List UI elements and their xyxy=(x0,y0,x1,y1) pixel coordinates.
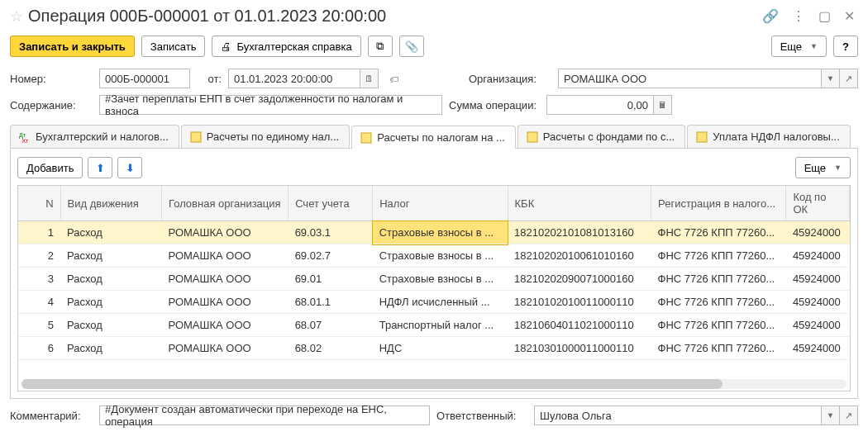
cell-kod[interactable]: 45924000 xyxy=(786,337,850,360)
cell-vid[interactable]: Расход xyxy=(60,314,161,337)
cell-n[interactable]: 4 xyxy=(18,291,60,314)
cell-kbk[interactable]: 18210604011021000110 xyxy=(508,314,651,337)
col-vid[interactable]: Вид движения xyxy=(60,186,161,221)
maximize-icon[interactable] xyxy=(815,7,834,26)
table-row[interactable]: 3РасходРОМАШКА ООО69.01Страховые взносы … xyxy=(18,268,850,291)
cell-acc[interactable]: 69.02.7 xyxy=(289,244,373,268)
cell-acc[interactable]: 69.01 xyxy=(289,268,373,291)
cell-vid[interactable]: Расход xyxy=(60,291,161,314)
close-icon[interactable] xyxy=(841,7,858,26)
cell-tax[interactable]: НДС xyxy=(373,337,508,360)
add-row-button[interactable]: Добавить xyxy=(17,157,83,178)
calc-button[interactable] xyxy=(654,95,672,115)
table-row[interactable]: 6РасходРОМАШКА ООО68.02НДС18210301000011… xyxy=(18,337,850,360)
number-input[interactable]: 000Б-000001 xyxy=(99,69,190,88)
tab-accounting[interactable]: ДтКт Бухгалтерский и налогов... xyxy=(10,125,179,148)
responsible-input[interactable]: Шулова Ольга xyxy=(534,405,822,425)
favorite-icon[interactable]: ☆ xyxy=(10,7,23,26)
cell-reg[interactable]: ФНС 7726 КПП 77260... xyxy=(651,221,786,244)
cell-org[interactable]: РОМАШКА ООО xyxy=(162,314,289,337)
cell-acc[interactable]: 69.03.1 xyxy=(289,221,373,244)
link-icon[interactable] xyxy=(759,7,782,26)
save-button[interactable]: Записать xyxy=(141,36,206,57)
tab-fund-calculations[interactable]: Расчеты с фондами по с... xyxy=(517,125,685,148)
table-more-button[interactable]: Еще ▼ xyxy=(795,157,851,178)
cell-org[interactable]: РОМАШКА ООО xyxy=(162,291,289,314)
tab-unified-tax[interactable]: Расчеты по единому нал... xyxy=(181,125,350,148)
table-row[interactable]: 4РасходРОМАШКА ООО68.01.1НДФЛ исчисленны… xyxy=(18,291,850,314)
cell-kbk[interactable]: 18210102010011000110 xyxy=(508,291,651,314)
cell-vid[interactable]: Расход xyxy=(60,337,161,360)
responsible-dropdown-button[interactable]: ▼ xyxy=(822,405,840,425)
cell-acc[interactable]: 68.01.1 xyxy=(289,291,373,314)
cell-reg[interactable]: ФНС 7726 КПП 77260... xyxy=(651,291,786,314)
cell-reg[interactable]: ФНС 7726 КПП 77260... xyxy=(651,337,786,360)
cell-vid[interactable]: Расход xyxy=(60,221,161,244)
tab-ndfl-payment[interactable]: Уплата НДФЛ налоговы... xyxy=(687,125,851,148)
move-up-button[interactable]: ⬆ xyxy=(88,157,112,178)
org-input[interactable]: РОМАШКА ООО xyxy=(558,69,822,88)
kebab-menu-icon[interactable] xyxy=(789,7,808,26)
cell-kod[interactable]: 45924000 xyxy=(786,291,850,314)
tag-icon[interactable] xyxy=(385,73,402,85)
move-down-button[interactable]: ⬇ xyxy=(117,157,142,178)
col-tax[interactable]: Налог xyxy=(373,186,508,221)
cell-kod[interactable]: 45924000 xyxy=(786,268,850,291)
cell-kbk[interactable]: 18210202101081013160 xyxy=(508,221,651,244)
table-row[interactable]: 5РасходРОМАШКА ООО68.07Транспортный нало… xyxy=(18,314,850,337)
col-kod[interactable]: Код по ОК xyxy=(786,186,850,221)
col-kbk[interactable]: КБК xyxy=(508,186,651,221)
cell-n[interactable]: 1 xyxy=(18,221,60,244)
save-close-button[interactable]: Записать и закрыть xyxy=(10,36,135,57)
sum-input[interactable]: 0,00 xyxy=(546,95,654,115)
cell-n[interactable]: 6 xyxy=(18,337,60,360)
org-open-button[interactable]: ↗ xyxy=(840,69,858,88)
cell-org[interactable]: РОМАШКА ООО xyxy=(162,244,289,268)
accounting-report-button[interactable]: Бухгалтерская справка xyxy=(212,36,360,57)
org-dropdown-button[interactable]: ▼ xyxy=(822,69,840,88)
cell-kod[interactable]: 45924000 xyxy=(786,244,850,268)
cell-vid[interactable]: Расход xyxy=(60,244,161,268)
cell-tax[interactable]: Страховые взносы в ... xyxy=(373,268,508,291)
cell-acc[interactable]: 68.07 xyxy=(289,314,373,337)
cell-tax[interactable]: Страховые взносы в ... xyxy=(373,244,508,268)
attachments-button[interactable] xyxy=(399,36,424,57)
cell-reg[interactable]: ФНС 7726 КПП 77260... xyxy=(651,244,786,268)
content-input[interactable]: #Зачет переплаты ЕНП в счет задолженност… xyxy=(99,95,442,115)
responsible-open-button[interactable]: ↗ xyxy=(840,405,858,425)
col-n[interactable]: N xyxy=(18,186,60,221)
cell-n[interactable]: 3 xyxy=(18,268,60,291)
col-acc[interactable]: Счет учета xyxy=(289,186,373,221)
cell-kbk[interactable]: 18210202010061010160 xyxy=(508,244,651,268)
cell-vid[interactable]: Расход xyxy=(60,268,161,291)
cell-tax[interactable]: Страховые взносы в ... xyxy=(373,221,508,244)
table-row[interactable]: 2РасходРОМАШКА ООО69.02.7Страховые взнос… xyxy=(18,244,850,268)
scroll-thumb[interactable] xyxy=(21,379,723,389)
horizontal-scrollbar[interactable] xyxy=(21,379,847,389)
cell-org[interactable]: РОМАШКА ООО xyxy=(162,221,289,244)
copy-structure-button[interactable] xyxy=(368,36,393,57)
calendar-button[interactable] xyxy=(360,69,379,88)
cell-kbk[interactable]: 18210202090071000160 xyxy=(508,268,651,291)
comment-input[interactable]: #Документ создан автоматически при перех… xyxy=(99,405,430,425)
cell-reg[interactable]: ФНС 7726 КПП 77260... xyxy=(651,268,786,291)
cell-org[interactable]: РОМАШКА ООО xyxy=(162,268,289,291)
cell-reg[interactable]: ФНС 7726 КПП 77260... xyxy=(651,314,786,337)
cell-kbk[interactable]: 18210301000011000110 xyxy=(508,337,651,360)
cell-tax[interactable]: НДФЛ исчисленный ... xyxy=(373,291,508,314)
cell-org[interactable]: РОМАШКА ООО xyxy=(162,337,289,360)
cell-tax[interactable]: Транспортный налог ... xyxy=(373,314,508,337)
tab-tax-calculations[interactable]: Расчеты по налогам на ... xyxy=(351,126,516,149)
help-button[interactable] xyxy=(833,36,858,57)
col-reg[interactable]: Регистрация в налого... xyxy=(651,186,786,221)
more-button[interactable]: Еще ▼ xyxy=(771,36,827,57)
cell-n[interactable]: 2 xyxy=(18,244,60,268)
col-org[interactable]: Головная организация xyxy=(162,186,289,221)
table-row[interactable]: 1РасходРОМАШКА ООО69.03.1Страховые взнос… xyxy=(18,221,850,244)
cell-kod[interactable]: 45924000 xyxy=(786,314,850,337)
data-table[interactable]: N Вид движения Головная организация Счет… xyxy=(17,185,851,391)
cell-kod[interactable]: 45924000 xyxy=(786,221,850,244)
date-input[interactable]: 01.01.2023 20:00:00 xyxy=(228,69,360,88)
cell-n[interactable]: 5 xyxy=(18,314,60,337)
cell-acc[interactable]: 68.02 xyxy=(289,337,373,360)
